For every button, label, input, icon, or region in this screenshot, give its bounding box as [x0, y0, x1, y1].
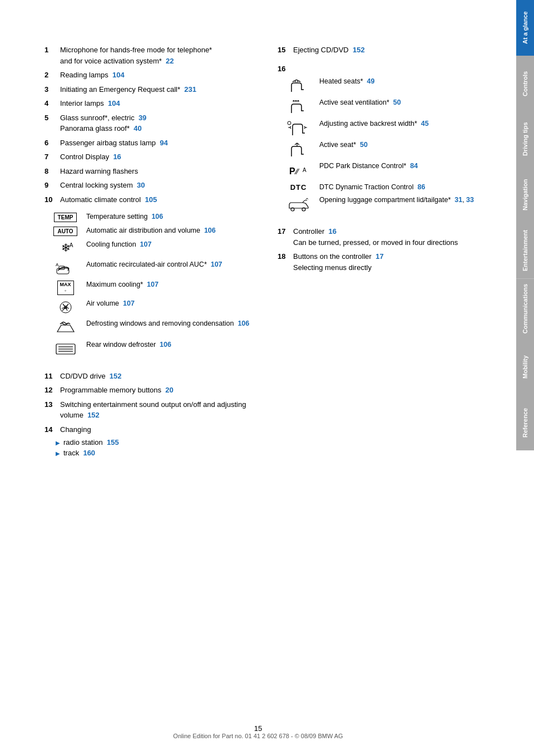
icon-description: Rear window defroster 106	[86, 341, 261, 348]
page-number: 15	[0, 724, 516, 733]
page-link[interactable]: 50	[393, 99, 401, 106]
item-text: Glass sunroof*, electric 39 Panorama gla…	[60, 112, 261, 134]
page-link[interactable]: 152	[110, 372, 122, 380]
icon-container	[283, 99, 314, 115]
icon-container	[50, 300, 81, 315]
page-link[interactable]: 106	[238, 320, 249, 327]
page-link[interactable]: 20	[165, 386, 173, 394]
item-text: Hazard warning flashers	[60, 166, 261, 177]
icon-container	[50, 341, 81, 357]
page-link[interactable]: 31	[454, 196, 462, 204]
page-link[interactable]: 107	[123, 300, 135, 307]
item-text: Controller 16 Can be turned, pressed, or…	[293, 226, 494, 248]
page-link[interactable]: 94	[160, 139, 167, 147]
icon-description: Adjusting active backrest width* 45	[319, 120, 494, 127]
icon-container	[283, 77, 314, 94]
page-link[interactable]: 40	[134, 124, 141, 132]
list-item: 2 Reading lamps 104	[44, 70, 261, 81]
climate-icon-row: MAX◦ Maximum cooling* 107	[50, 281, 261, 295]
item-text: Buttons on the controller 17 Selecting m…	[293, 251, 494, 273]
icon-description: Automatic air distribution and volume 10…	[86, 227, 261, 234]
defrost-icon	[55, 320, 77, 336]
item-text: Ejecting CD/DVD 152	[293, 45, 494, 56]
sub-item-text: track 160	[63, 449, 95, 457]
item-text: Interior lamps 104	[60, 98, 261, 109]
svg-text:A: A	[303, 167, 306, 173]
icon-container	[50, 320, 81, 336]
bullet-icon: ▶	[56, 450, 60, 456]
page-link[interactable]: 17	[375, 252, 383, 261]
page-link[interactable]: 104	[108, 99, 120, 107]
item-number: 13	[44, 399, 60, 421]
item-number: 18	[278, 251, 293, 273]
page-link[interactable]: 86	[417, 183, 425, 191]
page-link[interactable]: 39	[139, 114, 146, 122]
page-link[interactable]: 106	[160, 341, 171, 348]
page-link[interactable]: 105	[145, 195, 157, 204]
heated-seats-icon	[287, 77, 310, 94]
sidebar-tab-entertainment[interactable]: Entertainment	[516, 223, 534, 278]
page-link[interactable]: 33	[466, 196, 474, 204]
page-link[interactable]: 107	[147, 281, 159, 288]
sidebar-tab-communications[interactable]: Communications	[516, 278, 534, 339]
page-link[interactable]: 155	[107, 438, 119, 446]
item-number: 11	[44, 371, 60, 382]
climate-icon-row: Active seat* 50	[283, 141, 494, 158]
page-link[interactable]: 16	[329, 227, 337, 235]
icon-description: Temperature setting 106	[86, 213, 261, 220]
page-link[interactable]: 84	[410, 162, 418, 170]
icon-container: TEMP	[50, 213, 81, 222]
page-link[interactable]: 152	[87, 411, 100, 419]
airvolume-icon	[55, 300, 76, 315]
sidebar-tab-mobility[interactable]: Mobility	[516, 339, 534, 395]
item-text: CD/DVD drive 152	[60, 371, 261, 382]
icon-description: PDC Park Distance Control* 84	[319, 162, 494, 170]
icon-container: P ⁄⁄ A	[283, 162, 314, 179]
page-container: 1 Microphone for hands-free mode for tel…	[0, 0, 534, 756]
sidebar-tab-at-a-glance[interactable]: At a glance	[516, 0, 534, 56]
list-item: 12 Programmable memory buttons 20	[44, 385, 261, 396]
icon-description: Heated seats* 49	[319, 77, 494, 85]
page-link[interactable]: 107	[211, 261, 222, 268]
icon-description: Automatic recirculated-air control AUC* …	[86, 261, 261, 268]
page-link[interactable]: 106	[151, 213, 163, 220]
climate-icon-row: Air volume 107	[50, 300, 261, 315]
page-link[interactable]: 106	[204, 227, 216, 234]
climate-icon-row: AUTO Automatic air distribution and volu…	[50, 227, 261, 236]
icon-description: Active seat* 50	[319, 141, 494, 149]
page-link[interactable]: 152	[353, 46, 365, 54]
svg-text:P: P	[289, 166, 295, 176]
sidebar-tab-navigation[interactable]: Navigation	[516, 167, 534, 223]
page-link[interactable]: 45	[421, 120, 429, 127]
item-number: 5	[44, 112, 60, 134]
sidebar-tab-reference[interactable]: Reference	[516, 395, 534, 450]
sidebar-tab-controls[interactable]: Controls	[516, 56, 534, 111]
item-text: Passenger airbag status lamp 94	[60, 138, 261, 149]
page-link[interactable]: 30	[137, 181, 145, 189]
icon-description: Defrosting windows and removing condensa…	[86, 320, 261, 327]
page-link[interactable]: 49	[367, 77, 374, 85]
page-link[interactable]: 50	[360, 141, 368, 149]
page-link[interactable]: 231	[184, 85, 196, 94]
sub-item-text: radio station 155	[63, 438, 119, 446]
icon-description: Opening luggage compartment lid/tailgate…	[319, 196, 494, 204]
item-number: 14	[44, 424, 60, 435]
icon-container: ❄ A	[50, 240, 81, 256]
icon-container: A	[50, 261, 81, 276]
page-link[interactable]: 160	[83, 449, 95, 457]
icon-description: Cooling function 107	[86, 240, 261, 248]
icon-description: DTC Dynamic Traction Control 86	[319, 183, 494, 191]
sub-item: ▶ radio station 155	[56, 438, 261, 446]
climate-icon-row: Heated seats* 49	[283, 77, 494, 94]
page-link[interactable]: 107	[140, 240, 152, 248]
item-number: 6	[44, 138, 60, 149]
item-number: 12	[44, 385, 60, 396]
page-footer: 15 Online Edition for Part no. 01 41 2 6…	[0, 724, 516, 739]
item-number: 17	[278, 226, 293, 248]
list-item: 18 Buttons on the controller 17 Selectin…	[278, 251, 494, 273]
page-link[interactable]: 104	[112, 71, 125, 79]
page-link[interactable]: 22	[166, 57, 174, 65]
item-number: 16	[278, 63, 293, 75]
page-link[interactable]: 16	[113, 153, 121, 161]
sidebar-tab-driving-tips[interactable]: Driving tips	[516, 111, 534, 167]
